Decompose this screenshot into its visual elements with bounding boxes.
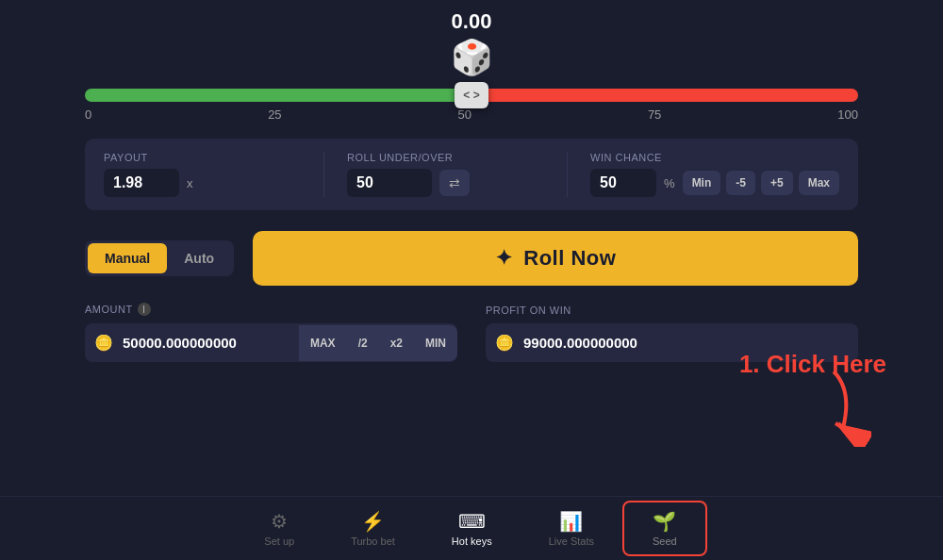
slider-label-25: 25: [268, 107, 281, 122]
roll-label: ROLL UNDER/OVER: [347, 152, 544, 163]
action-row: Manual Auto ✦ Roll Now: [85, 231, 858, 286]
nav-item-setup[interactable]: ⚙ Set up: [236, 502, 323, 554]
slider-labels: 0 25 50 75 100: [85, 107, 858, 122]
roll-now-button[interactable]: ✦ Roll Now: [253, 231, 858, 286]
turbobet-icon: ⚡: [361, 510, 385, 533]
amount-double-button[interactable]: x2: [379, 325, 414, 361]
nav-hotkeys-label: Hot keys: [452, 535, 492, 547]
nav-item-turbobet[interactable]: ⚡ Turbo bet: [323, 502, 423, 554]
win-chance-input[interactable]: [590, 169, 656, 197]
stats-panel: PAYOUT x ROLL UNDER/OVER ⇄ WIN CHANCE % …: [85, 139, 858, 210]
amount-coin-icon: 🪙: [94, 334, 113, 352]
dice-current-value: 0.00: [452, 9, 492, 34]
nav-livestats-label: Live Stats: [549, 535, 594, 547]
slider-label-50: 50: [458, 107, 472, 122]
nav-setup-label: Set up: [264, 535, 294, 547]
amount-half-button[interactable]: /2: [347, 325, 379, 361]
roll-input[interactable]: [347, 169, 432, 197]
profit-input-row: 🪙 99000.000000000: [486, 323, 858, 362]
mode-buttons: Manual Auto: [85, 240, 234, 276]
nav-item-seed[interactable]: 🌱 Seed: [622, 501, 707, 556]
amount-block: AMOUNT i 🪙 50000.000000000 MAX /2 x2 MIN: [85, 303, 457, 362]
nav-turbobet-label: Turbo bet: [351, 535, 395, 547]
roll-now-label: Roll Now: [523, 246, 616, 271]
auto-button[interactable]: Auto: [167, 243, 231, 273]
hotkeys-icon: ⌨: [458, 510, 486, 533]
amount-label: AMOUNT i: [85, 303, 457, 316]
win-chance-unit: %: [664, 176, 675, 190]
amount-value: 50000.000000000: [119, 323, 299, 362]
win-chance-value-row: % Min -5 +5 Max: [590, 169, 839, 197]
win-chance-buttons: Min -5 +5 Max: [683, 171, 839, 195]
payout-input[interactable]: [104, 169, 179, 197]
roll-block: ROLL UNDER/OVER ⇄: [323, 152, 544, 197]
nav-item-hotkeys[interactable]: ⌨ Hot keys: [423, 502, 521, 554]
slider-container: < > 0 25 50 75 100: [85, 89, 858, 122]
payout-block: PAYOUT x: [104, 152, 301, 197]
nav-seed-label: Seed: [653, 535, 677, 547]
amount-input-row: 🪙 50000.000000000 MAX /2 x2 MIN: [85, 323, 457, 362]
slider-label-0: 0: [85, 107, 91, 122]
payout-value-row: x: [104, 169, 301, 197]
win-chance-min-button[interactable]: Min: [683, 171, 721, 195]
profit-value: 99000.000000000: [520, 323, 858, 362]
win-chance-minus5-button[interactable]: -5: [726, 171, 755, 195]
manual-button[interactable]: Manual: [88, 243, 167, 273]
slider-track[interactable]: < >: [85, 89, 858, 102]
dice-icon: 🎲: [451, 38, 493, 77]
profit-block: PROFIT ON WIN 🪙 99000.000000000: [486, 305, 858, 362]
seed-icon: 🌱: [653, 510, 676, 533]
roll-value-row: ⇄: [347, 169, 544, 197]
slider-arrows: < >: [463, 89, 479, 102]
amount-info-icon: i: [138, 303, 151, 316]
amount-min-button[interactable]: MIN: [414, 325, 457, 361]
bottom-nav: ⚙ Set up ⚡ Turbo bet ⌨ Hot keys 📊 Live S…: [0, 496, 943, 560]
setup-icon: ⚙: [271, 510, 288, 533]
livestats-icon: 📊: [559, 510, 583, 533]
swap-button[interactable]: ⇄: [439, 170, 470, 196]
amount-max-button[interactable]: MAX: [299, 325, 347, 361]
win-chance-block: WIN CHANCE % Min -5 +5 Max: [567, 152, 839, 197]
payout-unit: x: [187, 176, 193, 190]
amount-row: AMOUNT i 🪙 50000.000000000 MAX /2 x2 MIN…: [85, 303, 858, 362]
win-chance-max-button[interactable]: Max: [799, 171, 839, 195]
profit-coin-icon: 🪙: [495, 334, 514, 352]
win-chance-plus5-button[interactable]: +5: [761, 171, 793, 195]
payout-label: PAYOUT: [104, 152, 301, 163]
win-chance-label: WIN CHANCE: [590, 152, 839, 163]
slider-thumb[interactable]: < >: [455, 82, 488, 108]
profit-label: PROFIT ON WIN: [486, 305, 858, 316]
roll-now-icon: ✦: [495, 246, 513, 271]
slider-label-75: 75: [648, 107, 661, 122]
main-container: 0.00 🎲 < > 0 25 50 75 100 PAYOUT x ROL: [0, 0, 943, 560]
slider-label-100: 100: [837, 107, 858, 122]
nav-item-livestats[interactable]: 📊 Live Stats: [521, 502, 622, 554]
